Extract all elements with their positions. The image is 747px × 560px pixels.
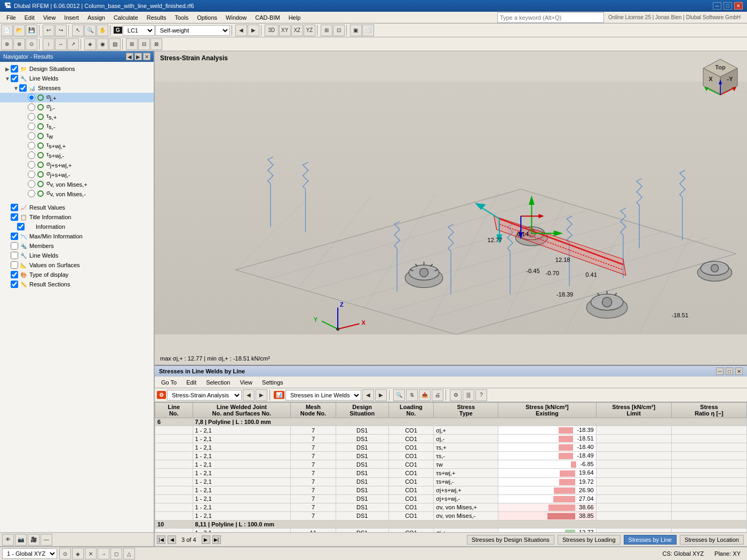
tab-design-situations[interactable]: Stresses by Design Situations — [467, 535, 554, 545]
tree-item-result-values[interactable]: 📈 Result Values — [0, 203, 154, 212]
table-next[interactable]: ▶ — [375, 389, 387, 401]
t2-btn2[interactable]: ⊗ — [13, 38, 25, 50]
radio-sj-plus[interactable] — [28, 94, 35, 101]
results-table-container[interactable]: LineNo. Line Welded JointNo. and Surface… — [155, 402, 747, 532]
tree-item-members[interactable]: 🔩 Members — [0, 241, 154, 251]
t2-btn4[interactable]: ↕ — [43, 38, 54, 50]
tab-loading[interactable]: Stresses by Loading — [558, 535, 621, 545]
menu-tools[interactable]: Tools — [170, 13, 193, 22]
minimize-button[interactable]: ─ — [713, 2, 721, 10]
zoom-sel[interactable]: ⊡ — [333, 25, 345, 36]
results-menu-selection[interactable]: Selection — [202, 378, 234, 387]
module-prev[interactable]: ◀ — [243, 389, 255, 401]
status-btn6[interactable]: △ — [123, 548, 135, 559]
btn-b[interactable]: ▶ — [248, 25, 259, 36]
tree-item-vm-minus[interactable]: σv, von Mises,- — [0, 189, 154, 198]
page-next[interactable]: ▶ — [202, 535, 210, 544]
check-linewelds[interactable] — [11, 75, 18, 82]
page-last[interactable]: ▶| — [212, 535, 221, 544]
filter-btn[interactable]: 🔍 — [393, 389, 405, 401]
radio-ts-plus[interactable] — [28, 113, 35, 121]
t2-btn12[interactable]: ⊠ — [150, 38, 162, 50]
menu-insert[interactable]: Insert — [60, 13, 83, 22]
tab-location[interactable]: Stresses by Location — [680, 535, 744, 545]
radio-sj-minus[interactable] — [28, 103, 35, 111]
nav-bottom-btn2[interactable]: 📷 — [15, 534, 27, 546]
tab-line[interactable]: Stresses by Line — [624, 535, 677, 545]
redo-btn[interactable]: ↪ — [55, 25, 67, 36]
tree-item-sj-plus[interactable]: σj,+ — [0, 93, 154, 102]
tree-item-values-surfaces[interactable]: 📐 Values on Surfaces — [0, 260, 154, 270]
menu-edit[interactable]: Edit — [20, 13, 39, 22]
menu-view[interactable]: View — [39, 13, 60, 22]
toggle-linewelds[interactable]: ▼ — [4, 76, 11, 82]
sort-btn[interactable]: ⇅ — [406, 389, 418, 401]
results-max-btn[interactable]: □ — [726, 367, 733, 375]
settings-btn[interactable]: ⚙ — [450, 389, 462, 401]
module-combo[interactable]: Stress-Strain Analysis — [167, 390, 242, 401]
tree-item-type-display[interactable]: 🎨 Type of display — [0, 270, 154, 279]
tree-item-sjswj-minus[interactable]: σj+s+wj,- — [0, 170, 154, 179]
page-first[interactable]: |◀ — [157, 535, 165, 544]
menu-cadbim[interactable]: CAD-BIM — [251, 13, 284, 22]
nav-close[interactable]: ✕ — [143, 53, 150, 60]
radio-ts-minus[interactable] — [28, 123, 35, 130]
results-menu-view[interactable]: View — [235, 378, 257, 387]
btn-a[interactable]: ◀ — [235, 25, 247, 36]
render-btn[interactable]: ▣ — [350, 25, 362, 36]
t2-btn9[interactable]: ▧ — [109, 38, 121, 50]
zoom-btn[interactable]: 🔍 — [84, 25, 96, 36]
t2-btn11[interactable]: ⊟ — [138, 38, 150, 50]
lc-selector[interactable]: LC1 — [123, 25, 155, 36]
menu-help[interactable]: Help — [284, 13, 305, 22]
status-btn2[interactable]: ◈ — [72, 548, 84, 559]
check-stresses[interactable] — [19, 84, 27, 92]
radio-sjswj-plus[interactable] — [28, 161, 35, 169]
tree-item-tswj-plus[interactable]: τs+wj,+ — [0, 141, 154, 150]
tree-item-tw[interactable]: τw — [0, 131, 154, 141]
radio-tswj-plus[interactable] — [28, 142, 35, 149]
table-combo[interactable]: Stresses in Line Welds — [285, 390, 361, 401]
page-prev[interactable]: ◀ — [168, 535, 176, 544]
col-btn[interactable]: ||| — [463, 389, 474, 401]
wire-btn[interactable]: ⬜ — [362, 25, 374, 36]
coord-system-selector[interactable]: 1 - Global XYZ — [2, 548, 57, 559]
menu-assign[interactable]: Assign — [83, 13, 109, 22]
undo-btn[interactable]: ↩ — [43, 25, 54, 36]
tree-item-result-sections[interactable]: 📏 Result Sections — [0, 279, 154, 289]
tree-item-design-situations[interactable]: ▶ 📁 Design Situations — [0, 64, 154, 74]
tree-item-sj-minus[interactable]: σj,- — [0, 102, 154, 112]
menu-options[interactable]: Options — [193, 13, 221, 22]
t2-btn7[interactable]: ◈ — [84, 38, 96, 50]
status-btn5[interactable]: ◻ — [110, 548, 122, 559]
view-xy[interactable]: XY — [279, 25, 291, 36]
results-menu-goto[interactable]: Go To — [157, 378, 181, 387]
check-information[interactable] — [17, 223, 25, 230]
menu-results[interactable]: Results — [142, 13, 171, 22]
check-values-surfaces[interactable] — [11, 261, 18, 269]
check-members[interactable] — [11, 242, 18, 250]
nav-bottom-btn1[interactable]: 👁 — [2, 534, 14, 546]
check-result-values[interactable] — [11, 204, 18, 211]
select-btn[interactable]: ↖ — [72, 25, 84, 36]
results-menu-edit[interactable]: Edit — [182, 378, 201, 387]
tree-item-line-welds-2[interactable]: 🔧 Line Welds — [0, 251, 154, 260]
maximize-button[interactable]: □ — [724, 2, 732, 10]
nav-prev[interactable]: ◀ — [126, 53, 133, 60]
tree-item-stresses[interactable]: ▼ 📊 Stresses — [0, 83, 154, 93]
menu-calculate[interactable]: Calculate — [109, 13, 142, 22]
t2-btn6[interactable]: ↗ — [67, 38, 79, 50]
t2-btn8[interactable]: ◉ — [97, 38, 108, 50]
check-maxmin[interactable] — [11, 233, 18, 240]
nav-next[interactable]: ▶ — [134, 53, 142, 60]
save-btn[interactable]: 💾 — [26, 25, 37, 36]
radio-vm-minus[interactable] — [28, 190, 35, 197]
view-yz[interactable]: YZ — [304, 25, 315, 36]
status-btn3[interactable]: ✕ — [85, 548, 97, 559]
results-min-btn[interactable]: ─ — [716, 367, 724, 375]
tree-item-maxmin[interactable]: 📉 Max/Min Information — [0, 231, 154, 241]
new-btn[interactable]: 📄 — [1, 25, 13, 36]
results-close-btn[interactable]: ✕ — [735, 367, 743, 375]
toggle-stresses[interactable]: ▼ — [13, 85, 19, 91]
results-menu-settings[interactable]: Settings — [258, 378, 288, 387]
